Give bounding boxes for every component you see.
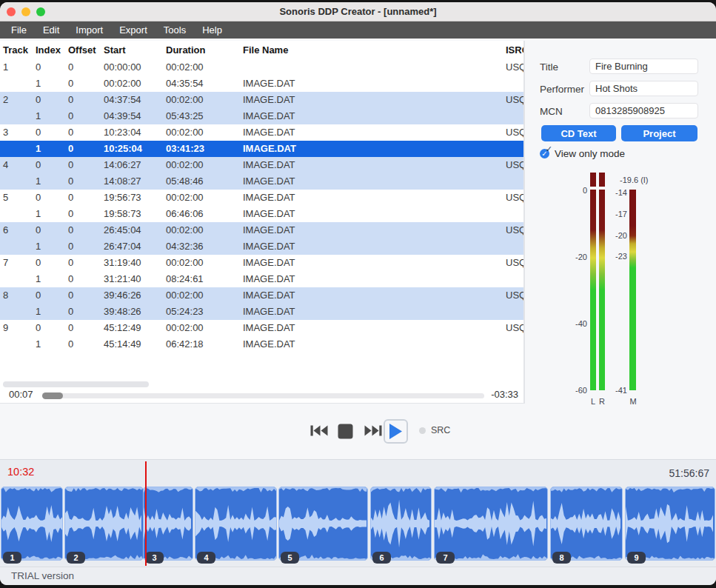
meter-right-bar	[599, 190, 605, 390]
project-button[interactable]: Project	[621, 125, 697, 141]
cell-start: 39:48:26	[104, 304, 164, 320]
performer-label: Performer	[540, 84, 584, 95]
col-filename: File Name	[243, 42, 465, 59]
menu-import[interactable]: Import	[67, 21, 111, 39]
seek-slider-thumb[interactable]	[42, 392, 63, 399]
table-row[interactable]: 3 0 0 10:23:04 00:02:00 IMAGE.DAT USQ	[0, 124, 523, 141]
mcn-field[interactable]	[589, 103, 698, 118]
cell-index: 1	[36, 206, 67, 222]
cell-duration: 00:02:00	[166, 59, 238, 76]
cell-isrc: USQ	[506, 124, 524, 141]
waveform-track-7[interactable]	[434, 487, 548, 561]
title-bar: Sonoris DDP Creator - [unnamed*]	[0, 2, 716, 21]
table-row[interactable]: 2 0 0 04:37:54 00:02:00 IMAGE.DAT USQ	[0, 92, 523, 108]
table-header: Track Index Offset Start Duration File N…	[0, 41, 523, 59]
table-row[interactable]: 9 0 0 45:12:49 00:02:00 IMAGE.DAT USQ	[0, 320, 523, 336]
next-track-button[interactable]	[364, 424, 382, 439]
table-row[interactable]: 7 0 0 31:19:40 00:02:00 IMAGE.DAT USQ	[0, 255, 523, 271]
cell-offset: 0	[68, 336, 102, 353]
menu-file[interactable]: File	[3, 21, 35, 39]
cell-filename	[243, 59, 465, 76]
stop-button[interactable]	[338, 424, 353, 441]
waveform-track-1[interactable]	[1, 487, 63, 561]
table-hscrollbar[interactable]	[3, 381, 149, 387]
cell-duration: 04:35:54	[166, 76, 238, 92]
table-row[interactable]: 1 0 10:25:04 03:41:23 IMAGE.DAT	[0, 141, 523, 157]
waveform-track-9[interactable]	[625, 487, 715, 561]
cell-duration: 00:02:00	[166, 190, 238, 206]
table-row[interactable]: 1 0 19:58:73 06:46:06 IMAGE.DAT	[0, 206, 523, 222]
cell-filename: IMAGE.DAT	[243, 141, 465, 157]
cell-offset: 0	[68, 238, 102, 255]
cell-track	[3, 206, 34, 222]
meter-right-over	[599, 173, 605, 187]
cell-duration: 00:02:00	[166, 157, 238, 173]
cell-isrc	[506, 108, 524, 124]
table-row[interactable]: 1 0 0 00:00:00 00:02:00 USQ	[0, 59, 523, 76]
cell-offset: 0	[68, 255, 102, 271]
cell-offset: 0	[68, 190, 102, 206]
col-track: Track	[3, 42, 34, 59]
cell-isrc	[506, 76, 524, 92]
cell-filename: IMAGE.DAT	[243, 255, 465, 271]
cell-start: 45:14:49	[104, 336, 164, 353]
cell-isrc: USQ	[506, 222, 524, 238]
side-panel: Title Performer MCN CD Text Project ✓ Vi…	[524, 41, 716, 404]
table-row[interactable]: 8 0 0 39:46:26 00:02:00 IMAGE.DAT USQ	[0, 287, 523, 304]
col-start: Start	[104, 42, 164, 59]
cell-filename: IMAGE.DAT	[243, 222, 465, 238]
cell-offset: 0	[68, 206, 102, 222]
table-row[interactable]: 1 0 14:08:27 05:48:46 IMAGE.DAT	[0, 173, 523, 190]
meter-m-scale-17: -17	[600, 210, 627, 218]
cell-filename: IMAGE.DAT	[243, 92, 465, 108]
cell-filename: IMAGE.DAT	[243, 190, 465, 206]
total-duration-label: 51:56:67	[669, 467, 710, 479]
table-row[interactable]: 1 0 04:39:54 05:43:25 IMAGE.DAT	[0, 108, 523, 124]
cell-index: 1	[36, 108, 67, 124]
cell-track: 6	[3, 222, 34, 238]
menu-export[interactable]: Export	[111, 21, 155, 39]
table-row[interactable]: 1 0 45:14:49 06:42:18 IMAGE.DAT	[0, 336, 523, 353]
cell-filename: IMAGE.DAT	[243, 304, 465, 320]
track-number-badge: 1	[3, 552, 21, 564]
waveform-track-3[interactable]	[143, 487, 193, 561]
cd-text-button[interactable]: CD Text	[541, 125, 616, 141]
waveform-track-5[interactable]	[278, 487, 368, 561]
cell-duration: 03:41:23	[166, 141, 238, 157]
cell-index: 0	[36, 222, 67, 238]
cell-track: 1	[3, 59, 34, 76]
cell-offset: 0	[68, 271, 102, 287]
play-button[interactable]	[389, 423, 403, 442]
table-row[interactable]: 1 0 26:47:04 04:32:36 IMAGE.DAT	[0, 238, 523, 255]
seek-slider[interactable]	[42, 393, 484, 398]
title-field[interactable]	[589, 59, 698, 74]
menu-tools[interactable]: Tools	[155, 21, 194, 39]
table-row[interactable]: 6 0 0 26:45:04 00:02:00 IMAGE.DAT USQ	[0, 222, 523, 238]
meter-mono-bar	[629, 190, 636, 390]
cell-track	[3, 304, 34, 320]
table-row[interactable]: 1 0 39:48:26 05:24:23 IMAGE.DAT	[0, 304, 523, 320]
src-indicator-light	[419, 427, 426, 434]
cell-track: 5	[3, 190, 34, 206]
waveform-track-6[interactable]	[370, 487, 432, 561]
cell-duration: 05:43:25	[166, 108, 238, 124]
table-row[interactable]: 5 0 0 19:56:73 00:02:00 IMAGE.DAT USQ	[0, 190, 523, 206]
cell-index: 0	[36, 124, 67, 141]
waveform-track-4[interactable]	[195, 487, 277, 561]
cell-start: 26:45:04	[104, 222, 164, 238]
cell-isrc: USQ	[506, 92, 524, 108]
previous-track-button[interactable]	[310, 424, 328, 439]
cell-track: 2	[3, 92, 34, 108]
waveform-track-2[interactable]	[64, 487, 144, 561]
menu-edit[interactable]: Edit	[35, 21, 67, 39]
table-row[interactable]: 1 0 31:21:40 08:24:61 IMAGE.DAT	[0, 271, 523, 287]
cell-filename: IMAGE.DAT	[243, 76, 465, 92]
cell-index: 0	[36, 157, 67, 173]
table-row[interactable]: 1 0 00:02:00 04:35:54 IMAGE.DAT	[0, 76, 523, 92]
meter-m-scale-20: -20	[600, 231, 627, 240]
performer-field[interactable]	[589, 81, 698, 96]
cell-filename: IMAGE.DAT	[243, 320, 465, 336]
waveform-track-8[interactable]	[550, 487, 623, 561]
table-row[interactable]: 4 0 0 14:06:27 00:02:00 IMAGE.DAT USQ	[0, 157, 523, 173]
menu-help[interactable]: Help	[194, 21, 230, 39]
